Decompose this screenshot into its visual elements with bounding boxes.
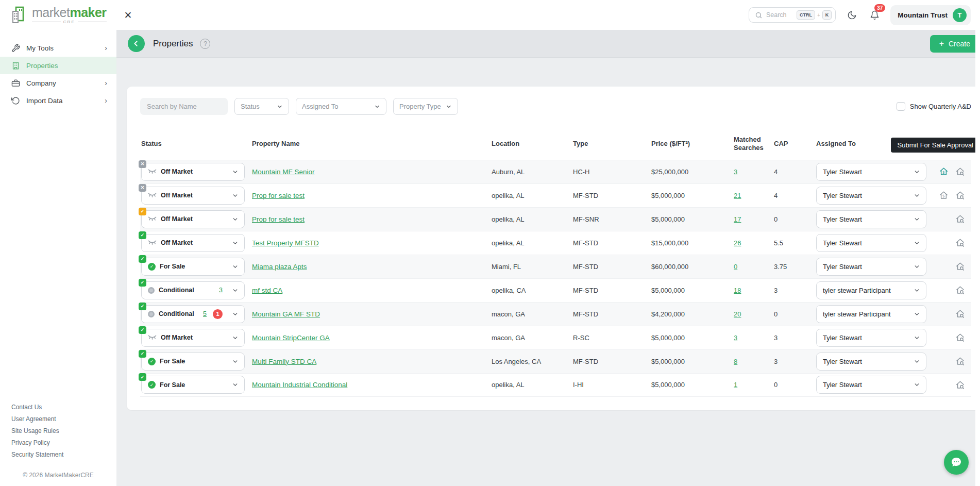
status-corner-check-badge: ✓ [139,231,146,239]
location-text: opelika, AL [492,192,573,199]
assigned-to-dropdown[interactable]: tyler stewar Participant [816,281,926,299]
status-dropdown[interactable]: ✓Conditional51 [141,305,245,323]
status-filter-dropdown[interactable]: Status [234,98,289,115]
status-corner-check-badge: ✓ [139,279,146,287]
global-search-input[interactable] [766,11,793,19]
matched-search-house-icon[interactable] [955,309,965,319]
property-name-link[interactable]: Mountain Industrial Conditional [252,381,347,389]
app-logo[interactable]: marketmaker CRE [9,5,107,25]
close-icon[interactable]: ✕ [124,9,132,21]
matched-search-house-icon[interactable] [955,167,965,176]
assigned-to-dropdown[interactable]: Tyler Stewart [816,258,926,276]
matched-search-house-icon[interactable] [955,286,965,295]
account-menu[interactable]: Mountain Trust T [890,5,971,25]
matched-search-house-icon[interactable] [955,191,965,200]
assigned-to-dropdown[interactable]: Tyler Stewart [816,210,926,228]
submit-for-sale-approval-icon[interactable]: $ [939,167,949,176]
back-button[interactable] [128,35,145,52]
status-dropdown[interactable]: ✓Off Market [141,210,245,228]
property-name-link[interactable]: Test Property MFSTD [252,239,319,247]
property-name-link[interactable]: Prop for sale test [252,215,305,223]
matched-searches-link[interactable]: 17 [734,215,741,223]
sidebar-item-properties[interactable]: Properties [0,57,116,74]
chat-launcher-button[interactable] [944,450,969,475]
footer-link-security-statement[interactable]: Security Statement [11,451,105,458]
chevron-down-icon [232,240,239,246]
assigned-to-dropdown[interactable]: Tyler Stewart [816,329,926,347]
table-header-row: StatusProperty NameLocationTypePrice ($/… [140,132,971,160]
property-name-link[interactable]: Prop for sale test [252,192,305,199]
search-by-name-input[interactable] [140,98,228,115]
status-label: Off Market [161,215,193,223]
matched-search-house-icon[interactable] [955,357,965,366]
matched-searches-link[interactable]: 3 [734,168,737,176]
matched-searches-link[interactable]: 26 [734,239,741,247]
off-market-icon [148,216,157,222]
chevron-down-icon [914,263,920,270]
create-button[interactable]: + Create [930,35,979,53]
property-name-link[interactable]: mf std CA [252,287,282,294]
assigned-to-dropdown[interactable]: Tyler Stewart [816,353,926,371]
matched-search-house-icon[interactable] [955,214,965,224]
matched-search-house-icon[interactable] [955,380,965,390]
scrollbar-gutter[interactable] [975,0,980,486]
help-icon[interactable]: ? [200,39,210,49]
status-dropdown[interactable]: ✓Off Market [141,329,245,347]
matched-searches-link[interactable]: 21 [734,192,741,199]
status-dropdown[interactable]: ✕Off Market [141,187,245,205]
matched-searches-link[interactable]: 0 [734,263,737,271]
matched-searches-link[interactable]: 1 [734,381,737,389]
footer-link-contact-us[interactable]: Contact Us [11,404,105,411]
matched-searches-link[interactable]: 8 [734,358,737,365]
price-text: $5,000,000 [651,334,734,342]
show-quarterly-checkbox[interactable] [897,102,905,111]
chevron-down-icon [277,104,283,110]
chevron-down-icon [914,358,920,365]
assigned-to-dropdown[interactable]: Tyler Stewart [816,376,926,394]
property-name-link[interactable]: Miama plaza Apts [252,263,307,271]
status-dropdown[interactable]: ✓✓For Sale [141,376,245,394]
matched-search-house-icon[interactable] [955,262,965,271]
status-dropdown[interactable]: ✓Conditional3 [141,281,245,299]
status-corner-check-badge: ✓ [139,303,146,310]
property-name-link[interactable]: Multi Family STD CA [252,358,316,365]
dark-mode-toggle[interactable] [845,8,858,22]
price-text: $5,000,000 [651,192,734,199]
property-name-link[interactable]: Mountain GA MF STD [252,310,320,318]
price-text: $5,000,000 [651,215,734,223]
footer-link-user-agreement[interactable]: User Agreement [11,415,105,423]
property-type-filter-dropdown[interactable]: Property Type [393,98,458,115]
assigned-to-dropdown[interactable]: Tyler Stewart [816,187,926,205]
sidebar-item-my-tools[interactable]: My Tools› [0,39,116,57]
footer-link-site-usage-rules[interactable]: Site Usage Rules [11,427,105,434]
chevron-down-icon [914,216,920,223]
status-corner-check-badge: ✓ [139,326,146,334]
status-dropdown[interactable]: ✓Off Market [141,234,245,252]
building-icon [11,61,20,70]
matched-searches-link[interactable]: 18 [734,287,741,294]
global-search[interactable]: CTRL + K [749,7,836,23]
property-name-link[interactable]: Mountain StripCenter GA [252,334,330,342]
assigned-to-filter-dropdown[interactable]: Assigned To [296,98,386,115]
sidebar-item-company[interactable]: Company› [0,74,116,92]
matched-search-house-icon[interactable] [955,333,965,342]
assigned-to-dropdown[interactable]: Tyler Stewart [816,163,926,181]
status-dropdown[interactable]: ✓✓For Sale [141,258,245,276]
matched-searches-link[interactable]: 3 [734,334,737,342]
notifications-button[interactable]: 37 [868,8,881,22]
search-icon [755,11,763,19]
assigned-to-dropdown[interactable]: tyler stewar Participant [816,305,926,323]
status-count-link[interactable]: 5 [203,310,207,317]
submit-for-sale-approval-icon[interactable]: $ [939,191,949,200]
matched-searches-link[interactable]: 20 [734,310,741,318]
matched-search-house-icon[interactable] [955,238,965,247]
import-icon [11,96,20,105]
status-dropdown[interactable]: ✕Off Market [141,163,245,181]
status-dropdown[interactable]: ✓✓For Sale [141,353,245,371]
footer-link-privacy-policy[interactable]: Privacy Policy [11,439,105,446]
assigned-to-dropdown[interactable]: Tyler Stewart [816,234,926,252]
property-name-link[interactable]: Mountain MF Senior [252,168,315,176]
sidebar-item-import-data[interactable]: Import Data› [0,92,116,109]
svg-text:$: $ [942,170,945,175]
status-count-link[interactable]: 3 [219,287,223,294]
